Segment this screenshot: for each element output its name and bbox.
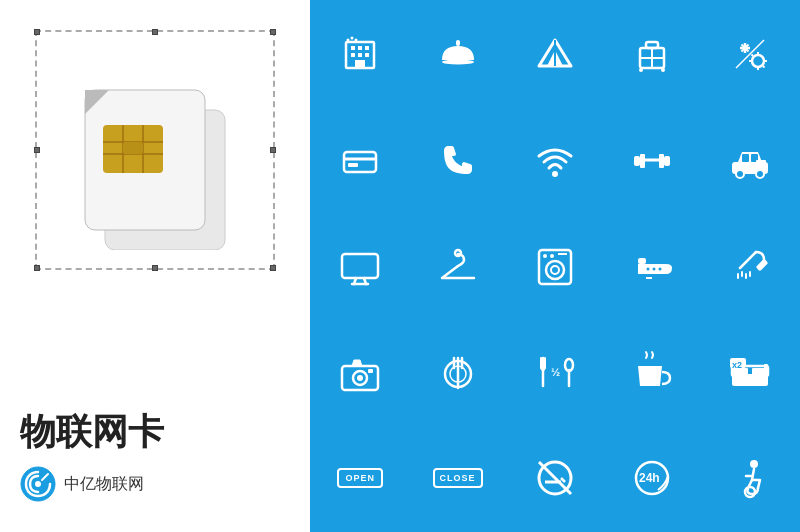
svg-point-67 <box>546 261 564 279</box>
tv-icon[interactable] <box>313 215 407 318</box>
svg-point-76 <box>659 267 662 270</box>
svg-rect-61 <box>342 254 378 278</box>
svg-rect-14 <box>358 46 362 50</box>
svg-rect-19 <box>355 60 365 68</box>
svg-line-107 <box>561 478 565 482</box>
open-text: OPEN <box>345 473 375 483</box>
icon-grid: ½ x2 <box>310 0 800 532</box>
svg-point-49 <box>552 171 558 177</box>
svg-rect-100 <box>752 368 766 376</box>
svg-point-68 <box>551 266 559 274</box>
camera-icon[interactable] <box>313 320 407 423</box>
iron-icon[interactable] <box>605 215 699 318</box>
wifi-icon[interactable] <box>508 109 602 212</box>
svg-point-22 <box>355 39 358 42</box>
accessible-icon[interactable] <box>703 426 797 529</box>
svg-point-111 <box>750 460 758 468</box>
svg-point-70 <box>550 254 554 258</box>
climate-icon[interactable] <box>703 3 797 106</box>
svg-rect-46 <box>344 152 376 172</box>
svg-rect-13 <box>351 46 355 50</box>
svg-rect-50 <box>634 156 640 166</box>
svg-rect-102 <box>764 364 768 376</box>
svg-text:½: ½ <box>551 366 560 378</box>
svg-point-23 <box>442 60 474 65</box>
svg-line-43 <box>751 55 753 57</box>
tent-icon[interactable] <box>508 3 602 106</box>
svg-rect-24 <box>456 40 460 46</box>
close-text: CLOSE <box>440 473 476 483</box>
svg-rect-60 <box>756 160 766 164</box>
svg-rect-58 <box>742 154 749 162</box>
svg-point-74 <box>647 267 650 270</box>
close-sign-icon[interactable]: CLOSE <box>410 426 504 529</box>
24h-icon[interactable]: 24h <box>605 426 699 529</box>
svg-rect-48 <box>348 163 358 167</box>
hotel-icon[interactable] <box>313 3 407 106</box>
svg-point-56 <box>736 170 744 178</box>
svg-point-32 <box>639 68 643 72</box>
double-bed-icon[interactable]: x2 <box>703 320 797 423</box>
svg-rect-15 <box>365 46 369 50</box>
brand-row: 中亿物联网 <box>20 466 290 502</box>
svg-text:24h: 24h <box>639 471 660 485</box>
luggage-icon[interactable] <box>605 3 699 106</box>
svg-point-69 <box>543 254 547 258</box>
svg-line-44 <box>763 66 765 68</box>
sim-card-container <box>35 30 275 270</box>
taxi-icon[interactable] <box>703 109 797 212</box>
svg-rect-72 <box>638 258 646 264</box>
brand-name: 中亿物联网 <box>64 474 144 495</box>
left-panel: 物联网卡 中亿物联网 <box>0 0 310 532</box>
coffee-icon[interactable] <box>605 320 699 423</box>
svg-rect-9 <box>123 142 143 154</box>
phone-icon[interactable] <box>410 109 504 212</box>
card-icon[interactable] <box>313 109 407 212</box>
hanger-icon[interactable] <box>410 215 504 318</box>
shower-icon[interactable] <box>703 215 797 318</box>
svg-text:x2: x2 <box>732 360 742 370</box>
svg-point-38 <box>752 55 764 67</box>
svg-point-11 <box>35 481 41 487</box>
half-meal-icon[interactable]: ½ <box>508 320 602 423</box>
svg-point-75 <box>653 267 656 270</box>
washer-icon[interactable] <box>508 215 602 318</box>
food-service-icon[interactable] <box>410 3 504 106</box>
svg-rect-51 <box>664 156 670 166</box>
open-sign-icon[interactable]: OPEN <box>313 426 407 529</box>
bottom-section: 物联网卡 中亿物联网 <box>20 410 290 512</box>
sim-card-illustration <box>55 50 255 250</box>
dining-icon[interactable] <box>410 320 504 423</box>
svg-rect-18 <box>365 53 369 57</box>
svg-point-84 <box>357 375 363 381</box>
svg-rect-29 <box>646 42 658 48</box>
svg-point-57 <box>756 170 764 178</box>
svg-rect-16 <box>351 53 355 57</box>
gym-icon[interactable] <box>605 109 699 212</box>
svg-rect-52 <box>640 154 645 168</box>
svg-point-20 <box>347 39 350 42</box>
no-smoking-icon[interactable] <box>508 426 602 529</box>
svg-rect-85 <box>368 369 373 373</box>
svg-point-21 <box>351 37 354 40</box>
product-title: 物联网卡 <box>20 410 290 453</box>
svg-rect-17 <box>358 53 362 57</box>
svg-rect-53 <box>659 154 664 168</box>
svg-rect-77 <box>755 259 768 272</box>
brand-logo-icon <box>20 466 56 502</box>
svg-point-33 <box>661 68 665 72</box>
